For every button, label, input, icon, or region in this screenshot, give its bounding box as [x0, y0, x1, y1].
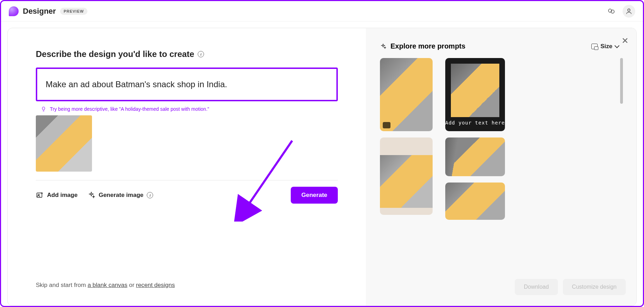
design-card[interactable]: [380, 137, 433, 215]
info-icon[interactable]: i: [147, 192, 153, 198]
sparkle-icon: [87, 191, 95, 199]
divider: [36, 180, 338, 180]
account-icon[interactable]: [623, 5, 635, 18]
design-card[interactable]: [380, 58, 433, 131]
skip-line: Skip and start from a blank canvas or re…: [36, 282, 175, 289]
preview-badge: PREVIEW: [60, 8, 87, 15]
lightbulb-icon: [41, 106, 46, 112]
add-image-label: Add image: [47, 192, 78, 199]
annotation-arrow-icon: [232, 134, 303, 222]
attached-image-thumbnail[interactable]: [36, 115, 92, 172]
prompt-input[interactable]: Make an ad about Batman's snack shop in …: [36, 68, 338, 101]
prompt-toolbar: Add image Generate image i Generate: [36, 187, 338, 204]
design-card[interactable]: Add your text here: [445, 58, 505, 131]
image-plus-icon: [36, 191, 44, 199]
generate-button[interactable]: Generate: [291, 187, 338, 204]
hint-row: Try being more descriptive, like "A holi…: [36, 106, 338, 112]
explore-prompts-title: Explore more prompts: [380, 42, 465, 50]
top-bar-right: [605, 5, 635, 18]
section-title-text: Describe the design you'd like to create: [36, 49, 194, 59]
left-panel: Describe the design you'd like to create…: [8, 28, 366, 306]
size-label: Size: [600, 43, 612, 50]
right-panel-header: Explore more prompts Size: [380, 42, 626, 50]
sparkle-icon: [380, 43, 386, 50]
right-panel-footer: Download Customize design: [515, 279, 626, 295]
top-bar: Designer PREVIEW: [1, 1, 643, 21]
close-icon[interactable]: ✕: [622, 36, 629, 46]
explore-label: Explore more prompts: [390, 42, 465, 50]
skip-mid: or: [127, 282, 136, 288]
section-title: Describe the design you'd like to create…: [36, 49, 338, 59]
prompt-text: Make an ad about Batman's snack shop in …: [46, 79, 328, 89]
add-image-button[interactable]: Add image: [36, 191, 78, 199]
design-card[interactable]: [445, 137, 505, 176]
gallery: Add your text here: [380, 58, 626, 295]
recent-designs-link[interactable]: recent designs: [136, 282, 175, 288]
app-name: Designer: [23, 7, 56, 16]
download-button[interactable]: Download: [515, 279, 558, 295]
app-body: Describe the design you'd like to create…: [1, 21, 643, 306]
app-logo-icon: [9, 6, 19, 16]
card-placeholder-text: Add your text here: [445, 120, 505, 131]
skip-pre: Skip and start from: [36, 282, 87, 288]
info-icon[interactable]: i: [198, 51, 204, 57]
size-icon: [591, 44, 598, 49]
feedback-icon[interactable]: [605, 5, 618, 18]
svg-point-2: [628, 9, 630, 11]
main-card: Describe the design you'd like to create…: [7, 28, 637, 306]
design-card[interactable]: [445, 183, 505, 220]
top-bar-left: Designer PREVIEW: [9, 6, 87, 16]
customize-design-button[interactable]: Customize design: [563, 279, 626, 295]
scrollbar[interactable]: [620, 58, 623, 104]
toolbar-left: Add image Generate image i: [36, 191, 153, 199]
chevron-down-icon: [615, 43, 619, 48]
generate-image-button[interactable]: Generate image i: [87, 191, 153, 199]
size-dropdown[interactable]: Size: [591, 43, 619, 50]
generate-image-label: Generate image: [99, 192, 144, 199]
blank-canvas-link[interactable]: a blank canvas: [87, 282, 127, 288]
right-panel: ✕ Explore more prompts Size: [366, 28, 636, 306]
hint-text: Try being more descriptive, like "A holi…: [50, 106, 209, 112]
